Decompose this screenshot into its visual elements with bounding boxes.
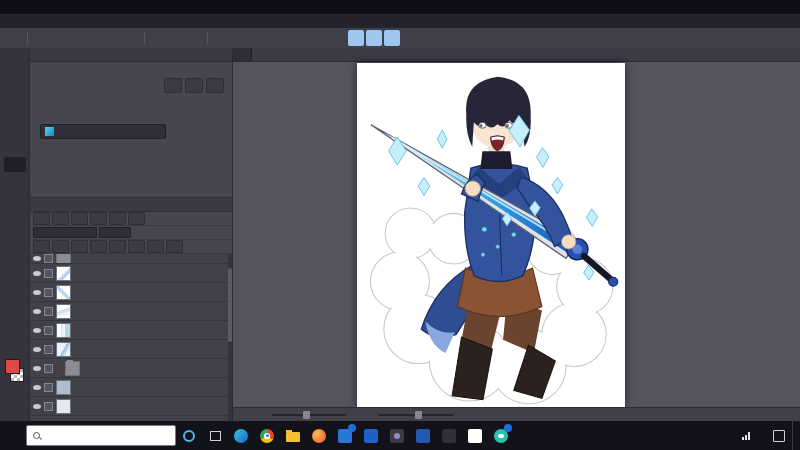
figure-tool-icon[interactable]: [4, 292, 26, 307]
taskbar-search-input[interactable]: [46, 430, 169, 441]
taskbar-search[interactable]: [26, 425, 176, 446]
layer-checkbox[interactable]: [44, 402, 53, 411]
reference-layer-icon[interactable]: [52, 212, 69, 225]
layer-checkbox[interactable]: [44, 307, 53, 316]
chat-button[interactable]: [488, 421, 514, 450]
rotation-slider-knob[interactable]: [415, 411, 422, 419]
rotation-slider[interactable]: [379, 414, 453, 416]
layer-row[interactable]: [30, 321, 232, 340]
new-folder-icon[interactable]: [71, 240, 88, 253]
selection-tool-icon[interactable]: [4, 97, 26, 112]
zoom-slider[interactable]: [272, 414, 346, 416]
material-palette-icon[interactable]: [420, 30, 436, 46]
file-explorer-button[interactable]: [280, 421, 306, 450]
move-tool-icon[interactable]: [4, 67, 26, 82]
main-color-swatch[interactable]: [5, 359, 20, 374]
lock-layer-icon[interactable]: [71, 212, 88, 225]
redo-icon[interactable]: [168, 30, 184, 46]
clip-studio-button[interactable]: [384, 421, 410, 450]
gradient-tool-icon[interactable]: [4, 277, 26, 292]
transfer-down-icon[interactable]: [109, 240, 126, 253]
layer-row[interactable]: [30, 340, 232, 359]
layer-checkbox[interactable]: [44, 254, 53, 263]
lasso-tool-icon[interactable]: [4, 112, 26, 127]
action-center-icon[interactable]: [773, 430, 785, 442]
network-icon[interactable]: [742, 432, 752, 440]
ruler-icon[interactable]: [128, 212, 145, 225]
canvas-artwork[interactable]: [357, 63, 625, 409]
layer-row[interactable]: [30, 283, 232, 302]
new-file-dropdown-icon[interactable]: [51, 30, 67, 46]
balloon-tool-icon[interactable]: [4, 322, 26, 337]
border-effect-icon[interactable]: [164, 78, 182, 93]
zoom-slider-knob[interactable]: [303, 411, 310, 419]
layer-mask-icon[interactable]: [109, 212, 126, 225]
layer-folder-row[interactable]: [30, 359, 232, 378]
save-file-icon[interactable]: [87, 30, 103, 46]
blend-mode-select[interactable]: [33, 227, 97, 238]
scrollbar-thumb[interactable]: [228, 268, 232, 342]
snap-special-ruler-icon[interactable]: [366, 30, 382, 46]
open-file-icon[interactable]: [69, 30, 85, 46]
export-icon[interactable]: [105, 30, 121, 46]
task-view-button[interactable]: [202, 421, 228, 450]
visibility-eye-icon[interactable]: [33, 385, 41, 390]
layer-row[interactable]: [30, 302, 232, 321]
merge-up-icon[interactable]: [128, 240, 145, 253]
new-vector-layer-icon[interactable]: [52, 240, 69, 253]
visibility-eye-icon[interactable]: [33, 366, 41, 371]
operation-tool-icon[interactable]: [4, 52, 26, 67]
expression-color-select[interactable]: [40, 124, 166, 139]
pen-pressure-icon[interactable]: [402, 30, 418, 46]
layer-checkbox[interactable]: [44, 345, 53, 354]
duplicate-layer-icon[interactable]: [90, 240, 107, 253]
main-menu-icon[interactable]: [6, 30, 22, 46]
deselect-icon[interactable]: [213, 30, 229, 46]
visibility-eye-icon[interactable]: [33, 290, 41, 295]
text-tool-icon[interactable]: [4, 307, 26, 322]
mail-button[interactable]: [332, 421, 358, 450]
new-layer-icon[interactable]: [33, 240, 50, 253]
layer-row[interactable]: [30, 264, 232, 283]
layer-checkbox[interactable]: [44, 383, 53, 392]
layer-row[interactable]: [30, 378, 232, 397]
layer-row[interactable]: [30, 254, 232, 264]
layer-checkbox[interactable]: [44, 269, 53, 278]
brush-tool-icon[interactable]: [4, 187, 26, 202]
line-correction-tool-icon[interactable]: [4, 337, 26, 352]
layer-checkbox[interactable]: [44, 364, 53, 373]
opacity-field[interactable]: [99, 227, 131, 238]
close-button[interactable]: [781, 0, 800, 14]
calculator-button[interactable]: [358, 421, 384, 450]
layer-property-header[interactable]: [30, 48, 232, 62]
delete-layer-icon[interactable]: [166, 240, 183, 253]
fill-tool-icon[interactable]: [4, 262, 26, 277]
layer-row[interactable]: [30, 397, 232, 416]
delete-icon[interactable]: [186, 30, 202, 46]
eyedropper-tool-icon[interactable]: [4, 142, 26, 157]
snap-grid-icon[interactable]: [384, 30, 400, 46]
fit-to-screen-icon[interactable]: [267, 30, 283, 46]
show-desktop-button[interactable]: [792, 421, 797, 450]
decoration-tool-icon[interactable]: [4, 217, 26, 232]
layer-checkbox[interactable]: [44, 326, 53, 335]
layer-panel-header[interactable]: [30, 198, 232, 212]
eraser-tool-icon[interactable]: [4, 232, 26, 247]
visibility-eye-icon[interactable]: [33, 309, 41, 314]
edge-button[interactable]: [228, 421, 254, 450]
print-icon[interactable]: [123, 30, 139, 46]
airbrush-tool-icon[interactable]: [4, 202, 26, 217]
start-button[interactable]: [0, 421, 26, 450]
chrome-button[interactable]: [254, 421, 280, 450]
cortana-button[interactable]: [176, 421, 202, 450]
visibility-eye-icon[interactable]: [33, 271, 41, 276]
music-button[interactable]: [462, 421, 488, 450]
visibility-eye-icon[interactable]: [33, 328, 41, 333]
layer-color-effect-icon[interactable]: [206, 78, 224, 93]
minimize-button[interactable]: [743, 0, 762, 14]
clipping-icon[interactable]: [33, 212, 50, 225]
store-button[interactable]: [436, 421, 462, 450]
new-file-icon[interactable]: [33, 30, 49, 46]
firefox-button[interactable]: [306, 421, 332, 450]
undo-icon[interactable]: [150, 30, 166, 46]
